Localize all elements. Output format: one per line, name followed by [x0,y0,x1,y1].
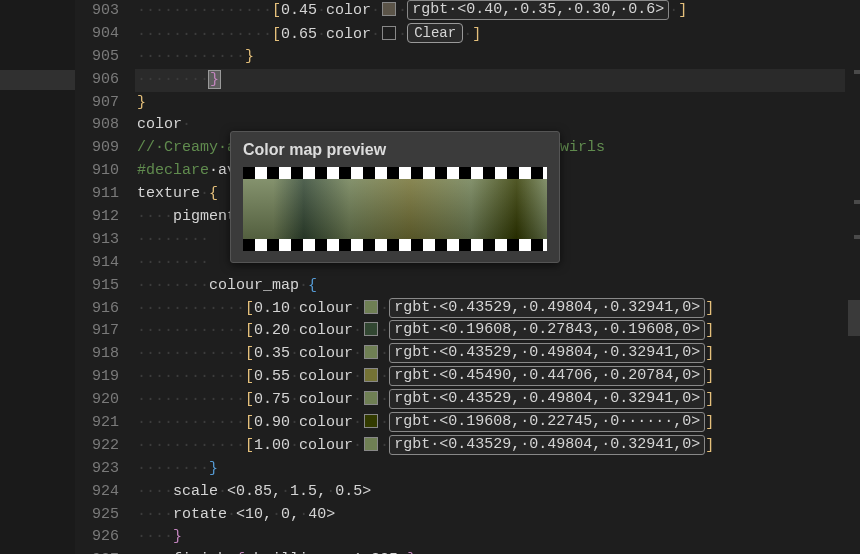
scroll-mark [854,235,860,239]
line-number: 916 [75,298,119,321]
color-swatch[interactable] [364,437,378,451]
line-number: 912 [75,206,119,229]
line-number: 907 [75,92,119,115]
rgbt-value[interactable]: rgbt·<0.40,·0.35,·0.30,·0.6> [407,0,669,20]
code-line[interactable]: ········colour_map·{ [137,275,845,298]
color-swatch[interactable] [364,300,378,314]
line-number: 906 [75,69,119,92]
line-number: 904 [75,23,119,46]
rgbt-value[interactable]: rgbt·<0.43529,·0.49804,·0.32941,0> [389,298,705,318]
line-number: 909 [75,137,119,160]
scroll-mark [854,70,860,74]
gradient-preview [243,167,547,251]
rgbt-value[interactable]: rgbt·<0.19608,·0.22745,·0······,0> [389,412,705,432]
line-number-gutter: 9039049059069079089099109119129139149159… [75,0,135,554]
line-number: 903 [75,0,119,23]
tooltip-title: Color map preview [243,141,547,159]
editor-scrollbar[interactable] [846,0,860,554]
code-line[interactable]: ····rotate·<10,·0,·40> [137,504,845,527]
line-number: 915 [75,275,119,298]
checker-bottom [243,239,547,251]
scroll-thumb[interactable] [848,300,860,336]
line-number: 926 [75,526,119,549]
rgbt-value[interactable]: rgbt·<0.19608,·0.27843,·0.19608,0> [389,320,705,340]
line-number: 927 [75,549,119,554]
line-number: 914 [75,252,119,275]
color-swatch[interactable] [364,322,378,336]
code-line[interactable]: ············[0.55·colour··rgbt·<0.45490,… [137,366,845,389]
code-line[interactable]: ···············[0.65·color··Clear·] [137,23,845,46]
code-line[interactable]: ············[1.00·colour··rgbt·<0.43529,… [137,435,845,458]
code-line[interactable]: ········} [137,69,845,92]
line-number: 911 [75,183,119,206]
code-area[interactable]: ···············[0.45·color··rgbt·<0.40,·… [137,0,845,554]
code-line[interactable]: ···············[0.45·color··rgbt·<0.40,·… [137,0,845,23]
line-number: 908 [75,114,119,137]
color-swatch[interactable] [364,391,378,405]
line-number: 921 [75,412,119,435]
code-line[interactable]: ············[0.35·colour··rgbt·<0.43529,… [137,343,845,366]
rgbt-value[interactable]: rgbt·<0.43529,·0.49804,·0.32941,0> [389,343,705,363]
color-map-preview-tooltip: Color map preview [230,131,560,263]
line-number: 923 [75,458,119,481]
code-line[interactable]: ············[0.90·colour··rgbt·<0.19608,… [137,412,845,435]
code-editor[interactable]: 9039049059069079089099109119129139149159… [75,0,845,554]
line-number: 919 [75,366,119,389]
code-line[interactable]: ············[0.75·colour··rgbt·<0.43529,… [137,389,845,412]
color-swatch[interactable] [382,2,396,16]
line-number: 920 [75,389,119,412]
rgbt-value[interactable]: rgbt·<0.43529,·0.49804,·0.32941,0> [389,389,705,409]
rgbt-value[interactable]: rgbt·<0.45490,·0.44706,·0.20784,0> [389,366,705,386]
line-number: 925 [75,504,119,527]
code-line[interactable]: ············[0.10·colour··rgbt·<0.43529,… [137,298,845,321]
color-swatch[interactable] [364,414,378,428]
scroll-mark [854,200,860,204]
color-swatch[interactable] [364,345,378,359]
line-number: 922 [75,435,119,458]
code-line[interactable]: ····finish·{·brilliance·1.825·} [137,549,845,554]
line-number: 924 [75,481,119,504]
line-number: 913 [75,229,119,252]
rgbt-value[interactable]: rgbt·<0.43529,·0.49804,·0.32941,0> [389,435,705,455]
code-line[interactable]: ········} [137,458,845,481]
line-number: 918 [75,343,119,366]
code-line[interactable]: ············[0.20·colour··rgbt·<0.19608,… [137,320,845,343]
code-line[interactable]: ············} [137,46,845,69]
clear-button[interactable]: Clear [407,23,463,43]
code-line[interactable]: } [137,92,845,115]
gradient-strip [243,179,547,239]
line-number: 917 [75,320,119,343]
sidebar [0,0,75,554]
code-line[interactable]: ····scale·<0.85,·1.5,·0.5> [137,481,845,504]
color-swatch[interactable] [382,26,396,40]
line-number: 910 [75,160,119,183]
line-number: 905 [75,46,119,69]
checker-top [243,167,547,179]
sidebar-active-row [0,70,75,90]
code-line[interactable]: ····} [137,526,845,549]
color-swatch[interactable] [364,368,378,382]
